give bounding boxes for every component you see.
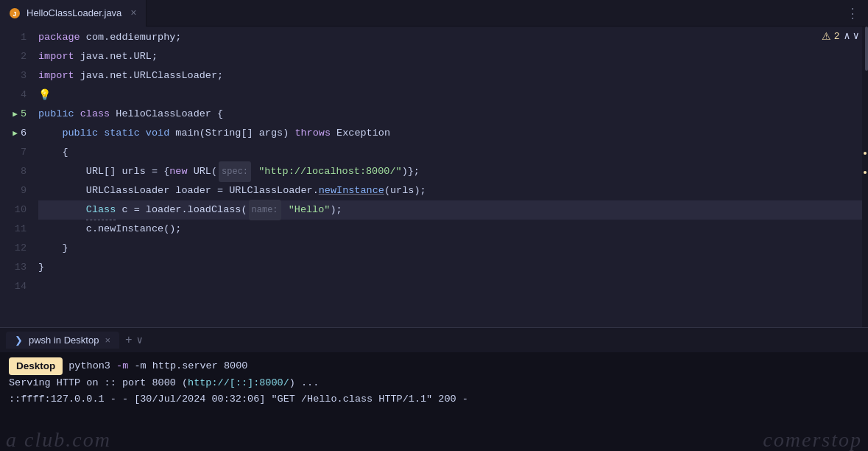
code-line-10: Class c = loader.loadClass( name: "Hello… — [38, 200, 868, 220]
terminal-flag: -m — [116, 360, 128, 371]
terminal-tab-label: pwsh in Desktop — [29, 335, 99, 346]
lightbulb-icon[interactable]: 💡 — [38, 85, 51, 105]
editor-tab[interactable]: J HelloClassLoader.java × — [0, 0, 147, 27]
code-line-4: 💡 — [38, 85, 868, 105]
terminal-url: http://[::]:8000/ — [188, 377, 289, 388]
terminal-chevron-button[interactable]: ∨ — [137, 334, 143, 346]
more-options-button[interactable]: ⋮ — [846, 5, 859, 21]
code-line-11: c.newInstance(); — [38, 220, 868, 239]
code-content: package com.eddiemurphy; import java.net… — [35, 27, 868, 327]
warnings-bar: ⚠ 2 ∧ ∨ — [813, 27, 868, 45]
scrollbar[interactable] — [862, 27, 868, 327]
desktop-badge: Desktop — [9, 357, 63, 375]
line-numbers: 1 2 3 4 ▶5 ▶6 7 8 9 10 11 12 13 14 — [0, 27, 35, 327]
keyword-package: package — [38, 28, 80, 47]
code-line-1: package com.eddiemurphy; — [38, 28, 868, 47]
code-line-2: import java.net.URL; — [38, 47, 868, 66]
terminal-prompt-line: Desktop python3 -m -m http.server 8000 — [9, 357, 859, 375]
next-warning-button[interactable]: ∨ — [853, 29, 859, 42]
tab-filename: HelloClassLoader.java — [27, 7, 121, 18]
terminal-tab-bar: ❯ pwsh in Desktop × + ∨ — [0, 328, 868, 353]
warning-marker-1 — [864, 152, 867, 155]
terminal-output-1: Serving HTTP on :: port 8000 (http://[::… — [9, 375, 859, 391]
warning-badge[interactable]: ⚠ 2 — [822, 30, 839, 42]
code-line-9: URLClassLoader loader = URLClassLoader. … — [38, 181, 868, 200]
run-button-6[interactable]: ▶ — [13, 124, 18, 143]
code-line-6: public static void main(String[] args) t… — [38, 124, 868, 143]
pwsh-icon: ❯ — [15, 335, 23, 346]
warning-marker-2 — [864, 171, 867, 174]
keyword-import2: import — [38, 66, 74, 85]
terminal-args: -m http.server 8000 — [134, 360, 247, 371]
terminal-command: python3 -m -m http.server 8000 — [68, 358, 247, 374]
terminal-add-button[interactable]: + — [125, 334, 133, 347]
terminal-tab-pwsh[interactable]: ❯ pwsh in Desktop × — [6, 332, 119, 349]
hint-name: name: — [249, 200, 281, 220]
warning-icon: ⚠ — [822, 30, 831, 42]
code-area: 1 2 3 4 ▶5 ▶6 7 8 9 10 11 12 13 14 packa… — [0, 27, 868, 327]
nav-arrows: ∧ ∨ — [844, 29, 859, 42]
code-line-7: { — [38, 143, 868, 162]
code-line-12: } — [38, 239, 868, 258]
terminal-output-2: ::ffff:127.0.0.1 - - [30/Jul/2024 00:32:… — [9, 391, 859, 408]
code-editor: ⚠ 2 ∧ ∨ 1 2 3 4 ▶5 ▶6 7 8 9 10 11 12 13 — [0, 27, 868, 327]
hint-spec: spec: — [219, 161, 251, 182]
tab-close-button[interactable]: × — [130, 7, 136, 19]
class-keyword: Class — [86, 200, 116, 220]
warning-count: 2 — [834, 30, 839, 41]
run-button-5[interactable]: ▶ — [13, 105, 18, 124]
code-line-13: } — [38, 258, 868, 277]
terminal-close-button[interactable]: × — [105, 335, 110, 346]
terminal-body: Desktop python3 -m -m http.server 8000 S… — [0, 353, 868, 451]
prev-warning-button[interactable]: ∧ — [844, 29, 850, 42]
tab-bar: J HelloClassLoader.java × ⋮ — [0, 0, 868, 27]
keyword-import: import — [38, 47, 74, 66]
svg-text:J: J — [13, 11, 16, 18]
terminal-panel: ❯ pwsh in Desktop × + ∨ Desktop python3 … — [0, 327, 868, 451]
java-icon: J — [9, 7, 21, 19]
code-line-14 — [38, 277, 868, 296]
code-line-5: public class HelloClassLoader { — [38, 105, 868, 124]
watermark-left: a club.com — [6, 432, 111, 448]
code-line-3: import java.net.URLClassLoader; — [38, 66, 868, 85]
code-line-8: URL[] urls = { new URL( spec: "http://lo… — [38, 162, 868, 181]
watermark-right: comerstop — [763, 432, 862, 448]
